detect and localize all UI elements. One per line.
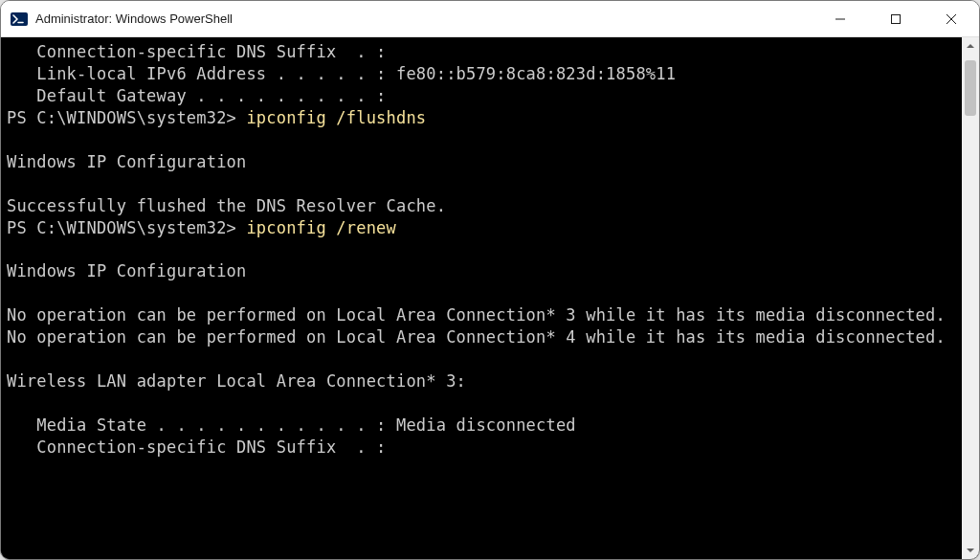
terminal-prompt-line: PS C:\WINDOWS\system32> ipconfig /renew (7, 217, 956, 239)
terminal-output[interactable]: Connection-specific DNS Suffix . : Link-… (1, 37, 962, 559)
terminal-line: Windows IP Configuration (7, 151, 956, 173)
scrollbar-track[interactable] (962, 37, 979, 559)
scrollbar-thumb[interactable] (965, 60, 976, 116)
terminal-line: Windows IP Configuration (7, 260, 956, 282)
terminal-line: No operation can be performed on Local A… (7, 304, 956, 326)
prompt: PS C:\WINDOWS\system32> (7, 108, 246, 127)
terminal-line: Default Gateway . . . . . . . . . : (7, 85, 956, 107)
terminal-line (7, 348, 956, 370)
svg-rect-3 (892, 14, 901, 23)
terminal-line: Link-local IPv6 Address . . . . . : fe80… (7, 63, 956, 85)
terminal-line (7, 129, 956, 151)
terminal-line: Connection-specific DNS Suffix . : (7, 41, 956, 63)
maximize-button[interactable] (868, 1, 924, 36)
terminal-line (7, 282, 956, 304)
prompt: PS C:\WINDOWS\system32> (7, 218, 246, 237)
terminal-line: Connection-specific DNS Suffix . : (7, 437, 956, 459)
close-button[interactable] (924, 1, 979, 36)
command: ipconfig /flushdns (246, 108, 426, 127)
terminal-line: Wireless LAN adapter Local Area Connecti… (7, 370, 956, 392)
powershell-icon (11, 11, 28, 28)
terminal-line (7, 392, 956, 414)
scrollbar-down-arrow[interactable] (962, 542, 979, 559)
terminal-prompt-line: PS C:\WINDOWS\system32> ipconfig /flushd… (7, 107, 956, 129)
window-title: Administrator: Windows PowerShell (35, 11, 813, 26)
terminal-line: Successfully flushed the DNS Resolver Ca… (7, 195, 956, 217)
scrollbar-up-arrow[interactable] (962, 37, 979, 55)
titlebar[interactable]: Administrator: Windows PowerShell (1, 1, 979, 37)
terminal-wrapper: Connection-specific DNS Suffix . : Link-… (1, 37, 979, 559)
app-window: Administrator: Windows PowerShell Connec… (0, 0, 980, 560)
terminal-line: No operation can be performed on Local A… (7, 326, 956, 348)
svg-rect-0 (11, 12, 28, 26)
command: ipconfig /renew (246, 218, 396, 237)
terminal-line (7, 238, 956, 260)
terminal-line: Media State . . . . . . . . . . . : Medi… (7, 414, 956, 437)
minimize-button[interactable] (813, 1, 868, 36)
terminal-line (7, 173, 956, 195)
window-controls (813, 1, 979, 36)
